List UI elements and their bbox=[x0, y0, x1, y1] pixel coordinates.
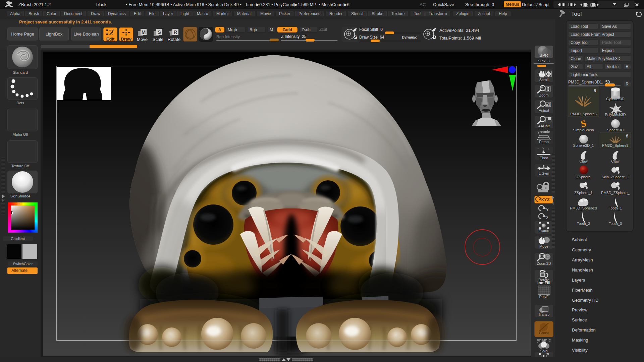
svg-text:x1: x1 bbox=[546, 103, 550, 107]
svg-text:BPR: BPR bbox=[539, 53, 548, 58]
svg-text:S: S bbox=[158, 29, 161, 35]
svg-text:R: R bbox=[174, 29, 177, 35]
svg-text:Y: Y bbox=[546, 208, 549, 212]
svg-text:D: D bbox=[433, 34, 436, 40]
svg-text:c: c bbox=[545, 186, 546, 189]
svg-text:S: S bbox=[580, 118, 587, 129]
svg-text:S: S bbox=[354, 34, 357, 40]
svg-text:6: 6 bbox=[594, 88, 596, 93]
svg-text:6: 6 bbox=[626, 133, 628, 138]
svg-text:M: M bbox=[142, 29, 146, 35]
svg-text:XYZ: XYZ bbox=[541, 197, 549, 202]
svg-text:Z: Z bbox=[546, 216, 548, 220]
